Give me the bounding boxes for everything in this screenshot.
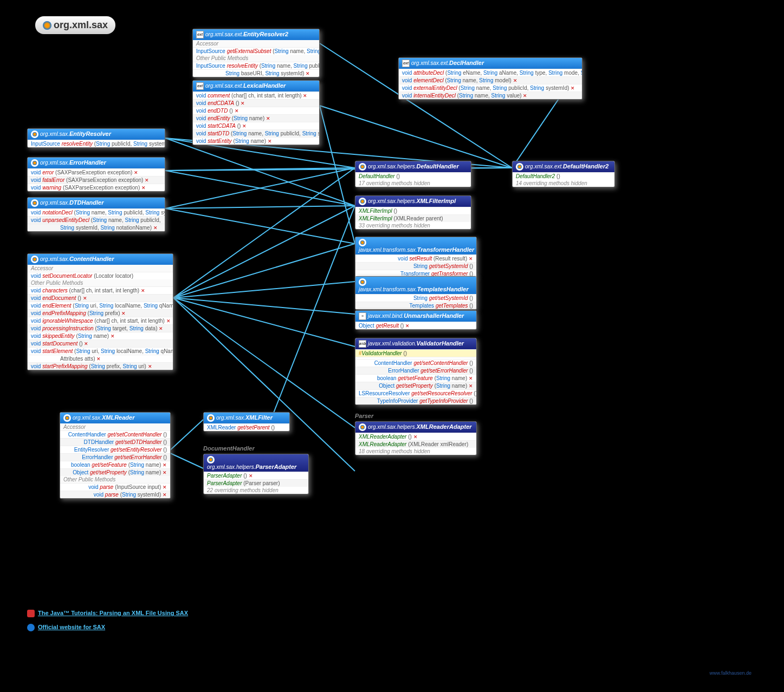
svg-line-13 (173, 298, 355, 314)
package-icon (43, 21, 51, 30)
svg-line-22 (168, 420, 203, 452)
interface-icon (359, 278, 366, 286)
svg-line-24 (271, 206, 355, 420)
svg-line-16 (173, 298, 355, 471)
svg-line-9 (173, 168, 355, 298)
class-icon (359, 198, 366, 205)
class-icon (359, 163, 366, 171)
label-documenthandler: DocumentHandler (203, 445, 255, 452)
link-tutorial[interactable]: The Java™ Tutorials: Parsing an XML File… (27, 610, 188, 617)
class-defaulthandler[interactable]: org.xml.sax.helpers.DefaultHandler Defau… (355, 161, 471, 187)
interface-icon (31, 130, 38, 138)
label-parser: Parser (355, 413, 373, 419)
svg-line-11 (173, 244, 355, 298)
class-contenthandler[interactable]: org.xml.sax.ContentHandler Accessor void… (27, 253, 173, 370)
class-defaulthandler2[interactable]: org.xml.sax.ext.DefaultHandler2 DefaultH… (512, 161, 615, 187)
class-transformerhandler[interactable]: javax.xml.transform.sax.TransformerHandl… (355, 237, 477, 278)
svg-line-23 (168, 452, 203, 468)
ext-icon: ext (196, 82, 204, 90)
svg-line-8 (165, 208, 355, 244)
class-lexicalhandler[interactable]: extorg.xml.sax.ext.LexicalHandler void c… (192, 80, 320, 145)
svg-line-19 (320, 106, 355, 244)
svg-line-12 (173, 282, 355, 298)
class-xmlreader[interactable]: org.xml.sax.XMLReader Accessor ContentHa… (60, 412, 171, 499)
svg-line-18 (320, 106, 512, 168)
class-parseradapter[interactable]: org.xml.sax.helpers.ParserAdapter Parser… (203, 454, 309, 494)
ext-icon: ext (196, 31, 204, 38)
validation-icon: a=b (359, 340, 366, 348)
class-validatorhandler[interactable]: a=bjavax.xml.validation.ValidatorHandler… (355, 338, 477, 405)
class-unmarshallerhandler[interactable]: ≡javax.xml.bind.UnmarshallerHandler Obje… (355, 310, 477, 330)
ext-icon: ext (402, 60, 410, 67)
class-xmlfilterimpl[interactable]: org.xml.sax.helpers.XMLFilterImpl XMLFil… (355, 195, 471, 230)
class-xmlreaderadapter[interactable]: org.xml.sax.helpers.XMLReaderAdapter XML… (355, 421, 477, 455)
bind-icon: ≡ (359, 312, 366, 320)
svg-line-7 (165, 206, 355, 208)
page-title: org.xml.sax (35, 16, 115, 34)
svg-line-6 (165, 168, 355, 208)
class-xmlfilter[interactable]: org.xml.sax.XMLFilter XMLReader get/setP… (203, 412, 290, 432)
web-icon (27, 624, 35, 631)
class-icon (359, 423, 366, 431)
interface-icon (207, 414, 215, 422)
svg-line-14 (173, 298, 355, 347)
svg-line-10 (173, 206, 355, 298)
interface-icon (63, 414, 71, 422)
interface-icon (31, 256, 38, 263)
external-links: The Java™ Tutorials: Parsing an XML File… (27, 610, 188, 638)
class-errorhandler[interactable]: org.xml.sax.ErrorHandler void error (SAX… (27, 157, 165, 192)
class-entityresolver2[interactable]: extorg.xml.sax.ext.EntityResolver2 Acces… (192, 29, 320, 77)
interface-icon (31, 159, 38, 167)
svg-line-2 (165, 138, 355, 206)
svg-line-4 (165, 171, 355, 206)
class-dtdhandler[interactable]: org.xml.sax.DTDHandler void notationDecl… (27, 197, 165, 232)
class-declhandler[interactable]: extorg.xml.sax.ext.DeclHandler void attr… (398, 57, 582, 100)
class-icon (516, 163, 523, 171)
class-templateshandler[interactable]: javax.xml.transform.sax.TemplatesHandler… (355, 276, 477, 310)
svg-line-3 (165, 168, 355, 171)
oracle-icon (27, 610, 35, 617)
footer-credit: www.falkhausen.de (709, 670, 751, 676)
interface-icon (31, 199, 38, 207)
svg-line-15 (173, 298, 355, 428)
class-icon (207, 456, 215, 463)
link-official[interactable]: Official website for SAX (27, 624, 188, 631)
interface-icon (359, 239, 366, 246)
class-entityresolver[interactable]: org.xml.sax.EntityResolver InputSource r… (27, 128, 165, 148)
